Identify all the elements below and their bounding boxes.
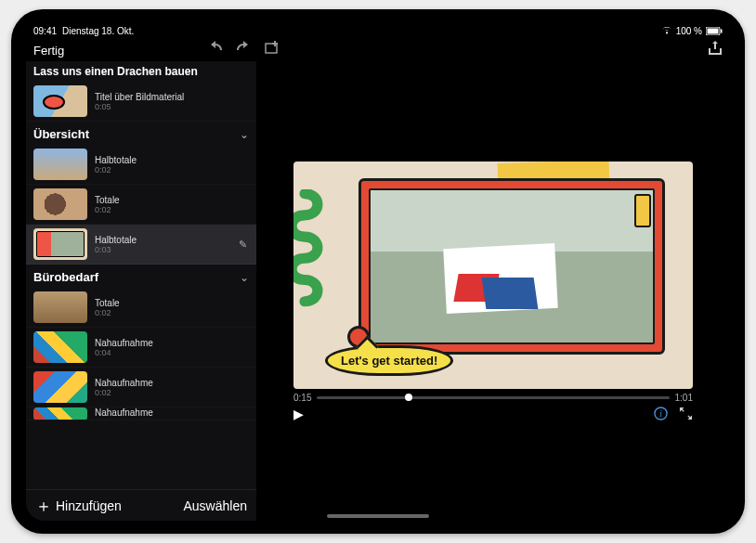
clip-row[interactable]: Totale 0:02: [26, 288, 256, 328]
clip-label: Halbtotale: [95, 235, 137, 245]
plus-icon: ＋: [35, 499, 52, 512]
clip-duration: 0:03: [95, 245, 137, 254]
clip-duration: 0:02: [95, 165, 137, 175]
clip-label: Halbtotale: [95, 155, 137, 165]
desk-scene: [369, 188, 655, 344]
title-clip-row[interactable]: Titel über Bildmaterial 0:05: [26, 82, 256, 122]
battery-text: 100 %: [676, 26, 702, 36]
svg-rect-1: [708, 28, 719, 33]
toolbar: Fertig: [26, 39, 730, 61]
time-total: 1:01: [675, 393, 693, 403]
clip-thumbnail: [33, 149, 87, 180]
section-header-overview[interactable]: Übersicht ⌄: [26, 122, 256, 145]
clip-label: Nahaufnahme: [95, 407, 153, 418]
clip-row[interactable]: Nahaufnahme: [26, 407, 256, 420]
status-date: Dienstag 18. Okt.: [62, 26, 134, 36]
clip-list: Titel über Bildmaterial 0:05 Übersicht ⌄…: [26, 82, 256, 489]
playback-controls: 0:15 1:01 ▶ i: [293, 393, 693, 421]
add-label: Hinzufügen: [56, 498, 122, 513]
scrubber-track[interactable]: [317, 396, 669, 399]
tape-roll-graphic: [634, 194, 651, 227]
add-button[interactable]: ＋ Hinzufügen: [35, 498, 122, 513]
section-title: Bürobedarf: [33, 270, 98, 284]
clip-label: Totale: [95, 195, 120, 205]
clip-label: Nahaufnahme: [95, 338, 153, 348]
clip-label: Totale: [95, 298, 120, 308]
chevron-down-icon: ⌄: [240, 271, 249, 284]
photo-frame: [358, 178, 665, 355]
clip-row[interactable]: Totale 0:02: [26, 185, 256, 225]
clip-label: Titel über Bildmaterial: [95, 92, 184, 102]
select-button[interactable]: Auswählen: [184, 498, 248, 513]
clip-thumbnail: [33, 331, 87, 363]
pencil-icon[interactable]: ✎: [239, 239, 247, 251]
section-header-supplies[interactable]: Bürobedarf ⌄: [26, 265, 256, 288]
done-button[interactable]: Fertig: [33, 44, 64, 58]
blue-shape: [482, 278, 539, 309]
svg-rect-2: [721, 29, 723, 32]
chevron-down-icon: ⌄: [240, 128, 249, 141]
clip-duration: 0:02: [95, 308, 120, 317]
redo-icon[interactable]: [236, 41, 251, 56]
clip-thumbnail: [33, 228, 87, 260]
preview-canvas[interactable]: Let's get started!: [293, 162, 693, 389]
squiggle-graphic: [293, 189, 332, 310]
clip-duration: 0:02: [95, 388, 153, 397]
screen: 09:41 Dienstag 18. Okt. 100 % Fertig: [26, 22, 730, 521]
clip-duration: 0:04: [95, 348, 153, 357]
ipad-device-frame: 09:41 Dienstag 18. Okt. 100 % Fertig: [11, 9, 745, 534]
clip-thumbnail: [33, 407, 87, 420]
clip-label: Nahaufnahme: [95, 378, 153, 388]
section-title: Übersicht: [33, 127, 89, 141]
playhead[interactable]: [405, 394, 412, 401]
project-title: Lass uns einen Drachen bauen: [26, 61, 256, 82]
time-current: 0:15: [293, 393, 311, 403]
play-button[interactable]: ▶: [293, 407, 304, 421]
media-add-icon[interactable]: [264, 41, 279, 56]
clip-row-selected[interactable]: Halbtotale 0:03 ✎: [26, 225, 256, 265]
clip-duration: 0:02: [95, 205, 120, 214]
clip-row[interactable]: Nahaufnahme 0:04: [26, 328, 256, 368]
clip-row[interactable]: Halbtotale 0:02: [26, 145, 256, 185]
clip-thumbnail: [33, 188, 87, 220]
clip-thumbnail: [33, 291, 87, 323]
wifi-icon: [661, 26, 672, 35]
clip-thumbnail: [33, 85, 87, 117]
status-time: 09:41: [33, 26, 57, 36]
battery-icon: [706, 27, 723, 35]
share-icon[interactable]: [708, 41, 723, 56]
fullscreen-icon[interactable]: [679, 407, 693, 420]
undo-icon[interactable]: [208, 41, 223, 56]
speech-bubble: Let's get started!: [325, 345, 453, 376]
info-icon[interactable]: i: [654, 407, 668, 420]
sidebar: Lass uns einen Drachen bauen Titel über …: [26, 61, 256, 521]
status-bar: 09:41 Dienstag 18. Okt. 100 %: [26, 22, 730, 39]
clip-duration: 0:05: [95, 102, 184, 111]
clip-row[interactable]: Nahaufnahme 0:02: [26, 368, 256, 407]
preview-pane: Let's get started! 0:15 1:01 ▶ i: [256, 61, 730, 521]
sidebar-footer: ＋ Hinzufügen Auswählen: [26, 489, 256, 521]
svg-text:i: i: [659, 409, 662, 419]
clip-thumbnail: [33, 371, 87, 403]
home-indicator[interactable]: [327, 514, 429, 518]
